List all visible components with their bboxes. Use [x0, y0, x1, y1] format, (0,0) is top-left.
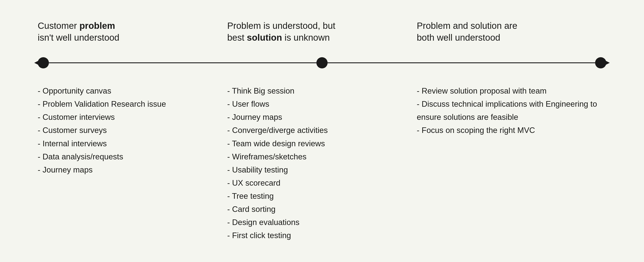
list-item: - Wireframes/sketches: [227, 150, 408, 163]
timeline-row: [38, 56, 606, 69]
timeline-dot-center: [316, 57, 328, 68]
main-container: Customer problemisn't well understood Pr…: [20, 7, 624, 255]
list-item: - Review solution proposal with team: [417, 84, 598, 97]
header-col-1-bold: problem: [80, 21, 115, 31]
list-item: - UX scorecard: [227, 176, 408, 190]
timeline-dots: [38, 57, 606, 68]
list-item: - Converge/diverge activities: [227, 124, 408, 137]
content-col-1: - Opportunity canvas - Problem Validatio…: [38, 84, 227, 176]
list-item: - Customer surveys: [38, 124, 218, 137]
list-item: - Customer interviews: [38, 111, 218, 124]
content-col-2: - Think Big session - User flows - Journ…: [227, 84, 417, 242]
list-item: - Data analysis/requests: [38, 150, 218, 163]
list-item: - Opportunity canvas: [38, 84, 218, 97]
header-col-2-bold: solution: [247, 32, 282, 43]
list-item: - User flows: [227, 97, 408, 111]
list-item: - Team wide design reviews: [227, 137, 408, 150]
content-col-3: - Review solution proposal with team - D…: [417, 84, 606, 137]
list-item: - Tree testing: [227, 190, 408, 203]
timeline-dot-right: [595, 57, 606, 68]
header-col-1: Customer problemisn't well understood: [38, 20, 227, 43]
list-item: - Think Big session: [227, 84, 408, 97]
list-item: - Problem Validation Research issue: [38, 97, 218, 111]
list-item: - Card sorting: [227, 203, 408, 216]
list-item: - Internal interviews: [38, 137, 218, 150]
list-item: - Design evaluations: [227, 216, 408, 229]
header-col-3: Problem and solution areboth well unders…: [417, 20, 606, 43]
list-item: - Journey maps: [227, 111, 408, 124]
list-item: - Discuss technical implications with En…: [417, 97, 598, 124]
list-item: - Focus on scoping the right MVC: [417, 124, 598, 137]
list-item: - First click testing: [227, 229, 408, 242]
header-row: Customer problemisn't well understood Pr…: [38, 20, 606, 43]
list-item: - Journey maps: [38, 163, 218, 176]
header-col-2: Problem is understood, butbest solution …: [227, 20, 417, 43]
timeline-dot-left: [38, 57, 49, 68]
content-row: - Opportunity canvas - Problem Validatio…: [38, 84, 606, 242]
list-item: - Usability testing: [227, 163, 408, 176]
